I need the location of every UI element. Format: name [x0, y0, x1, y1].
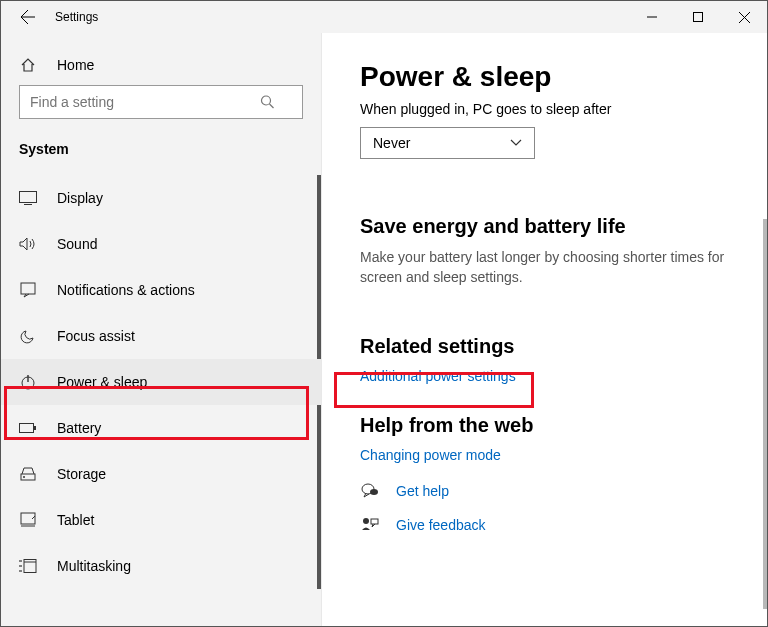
svg-rect-4 [20, 192, 37, 203]
svg-line-3 [270, 104, 274, 108]
battery-icon [19, 422, 37, 434]
related-heading: Related settings [360, 335, 729, 358]
svg-point-2 [262, 96, 271, 105]
main-panel: Power & sleep When plugged in, PC goes t… [322, 33, 767, 626]
feedback-icon [360, 517, 380, 533]
energy-heading: Save energy and battery life [360, 215, 729, 238]
scroll-indicator-bottom [317, 405, 321, 589]
sidebar-item-battery[interactable]: Battery [1, 405, 321, 451]
get-help-row[interactable]: Get help [360, 483, 729, 499]
search-icon [260, 95, 275, 110]
tablet-icon [19, 512, 37, 528]
get-help-link: Get help [396, 483, 449, 499]
svg-rect-18 [24, 560, 36, 573]
svg-rect-1 [694, 13, 703, 22]
additional-power-settings-link[interactable]: Additional power settings [360, 368, 729, 384]
sidebar-item-display[interactable]: Display [1, 175, 321, 221]
sidebar-item-label: Storage [57, 466, 106, 482]
sidebar-item-tablet[interactable]: Tablet [1, 497, 321, 543]
sidebar-heading: System [1, 137, 321, 175]
give-feedback-row[interactable]: Give feedback [360, 517, 729, 533]
scrollbar[interactable] [763, 219, 767, 609]
sidebar-home-label: Home [57, 57, 94, 73]
power-icon [19, 374, 37, 390]
back-icon[interactable] [19, 9, 37, 25]
sidebar-item-label: Notifications & actions [57, 282, 195, 298]
page-title: Power & sleep [360, 61, 729, 93]
scroll-indicator-top [317, 175, 321, 359]
maximize-button[interactable] [675, 1, 721, 33]
minimize-button[interactable] [629, 1, 675, 33]
help-heading: Help from the web [360, 414, 729, 437]
multitasking-icon [19, 559, 37, 573]
sleep-duration-select[interactable]: Never [360, 127, 535, 159]
sound-icon [19, 237, 37, 251]
sidebar-item-home[interactable]: Home [1, 47, 321, 85]
svg-point-21 [370, 489, 378, 495]
chat-icon [360, 483, 380, 499]
display-icon [19, 191, 37, 205]
sidebar-item-multitasking[interactable]: Multitasking [1, 543, 321, 589]
notifications-icon [19, 282, 37, 298]
svg-rect-10 [34, 426, 36, 430]
sidebar-item-focus-assist[interactable]: Focus assist [1, 313, 321, 359]
svg-rect-9 [20, 424, 34, 433]
chevron-down-icon [510, 139, 522, 147]
select-value: Never [373, 135, 410, 151]
sidebar: Home System Display [1, 33, 322, 626]
sidebar-item-label: Focus assist [57, 328, 135, 344]
svg-rect-23 [371, 519, 378, 524]
sidebar-item-label: Battery [57, 420, 101, 436]
close-button[interactable] [721, 1, 767, 33]
focus-icon [19, 328, 37, 344]
sidebar-item-label: Tablet [57, 512, 94, 528]
svg-point-12 [23, 476, 25, 478]
changing-power-mode-link[interactable]: Changing power mode [360, 447, 729, 463]
home-icon [19, 57, 37, 73]
give-feedback-link: Give feedback [396, 517, 486, 533]
energy-body: Make your battery last longer by choosin… [360, 248, 729, 287]
svg-rect-6 [21, 283, 35, 294]
svg-point-22 [363, 518, 369, 524]
sidebar-item-label: Multitasking [57, 558, 131, 574]
sidebar-item-sound[interactable]: Sound [1, 221, 321, 267]
sidebar-item-label: Display [57, 190, 103, 206]
titlebar: Settings [1, 1, 767, 33]
sidebar-item-label: Power & sleep [57, 374, 147, 390]
sidebar-item-power-sleep[interactable]: Power & sleep [1, 359, 321, 405]
sidebar-item-notifications[interactable]: Notifications & actions [1, 267, 321, 313]
storage-icon [19, 466, 37, 482]
sidebar-item-storage[interactable]: Storage [1, 451, 321, 497]
window-title: Settings [55, 10, 98, 24]
sidebar-item-label: Sound [57, 236, 97, 252]
plugged-in-label: When plugged in, PC goes to sleep after [360, 101, 729, 117]
